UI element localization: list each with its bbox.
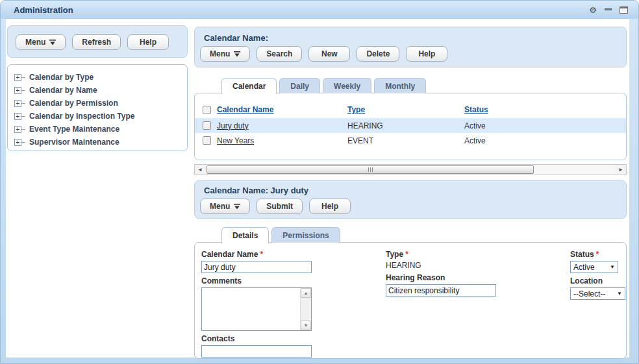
calendar-name-label: Calendar Name* <box>201 250 317 259</box>
detail-section-header: Calendar Name: Jury duty Menu Submit Hel… <box>194 180 627 219</box>
help-button[interactable]: Help <box>309 199 351 214</box>
menu-dropdown-icon <box>49 40 56 45</box>
required-asterisk: * <box>260 250 263 259</box>
tree-item-calendar-by-permission[interactable]: + Calendar by Permission <box>14 97 187 110</box>
title-bar: Administration ⚙ <box>1 1 638 19</box>
form-column-2: Type* HEARING Hearing Reason <box>386 250 555 297</box>
location-select-value: --Select-- <box>573 289 605 298</box>
hearing-reason-input[interactable] <box>386 284 496 297</box>
search-button[interactable]: Search <box>257 46 302 62</box>
tree-item-label: Event Type Maintenance <box>29 125 119 134</box>
content-area: Menu Refresh Help + Calendar by Type + C… <box>6 19 629 358</box>
scroll-left-icon[interactable]: ◄ <box>195 165 205 175</box>
comments-label: Comments <box>201 276 317 285</box>
row-checkbox[interactable] <box>203 121 211 130</box>
form-column-3: Status* Active ▼ Location --Select-- ▼ <box>570 250 629 300</box>
expand-icon[interactable]: + <box>14 139 21 146</box>
location-select[interactable]: --Select-- ▼ <box>570 287 625 300</box>
tab-weekly[interactable]: Weekly <box>323 78 371 93</box>
expand-icon[interactable]: + <box>14 126 21 133</box>
chevron-down-icon: ▼ <box>610 264 615 270</box>
menu-button-label: Menu <box>210 49 230 58</box>
minimize-icon[interactable] <box>605 8 612 11</box>
required-asterisk: * <box>596 250 599 259</box>
list-toolbar: Menu Search New Delete Help <box>195 46 626 62</box>
tab-permissions[interactable]: Permissions <box>271 227 340 243</box>
scroll-down-icon[interactable]: ▼ <box>301 321 311 330</box>
comments-textarea[interactable]: ▲ ▼ <box>201 287 312 331</box>
tree-item-calendar-by-type[interactable]: + Calendar by Type <box>14 71 187 84</box>
status-select[interactable]: Active ▼ <box>570 261 618 273</box>
form-column-1: Calendar Name* Comments ▲ ▼ Contacts <box>201 250 317 358</box>
table-row[interactable]: New Years EVENT Active <box>195 133 626 148</box>
scroll-up-icon[interactable]: ▲ <box>301 288 311 298</box>
table-row[interactable]: Jury duty HEARING Active <box>195 118 626 133</box>
list-section-title: Calendar Name: <box>195 27 626 43</box>
expand-icon[interactable]: + <box>14 100 21 107</box>
type-value: HEARING <box>386 261 555 270</box>
tree-item-event-type-maintenance[interactable]: + Event Type Maintenance <box>14 123 187 136</box>
status-select-value: Active <box>573 263 595 272</box>
list-section-header: Calendar Name: Menu Search New Delete He… <box>194 27 627 67</box>
detail-section-title: Calendar Name: Jury duty <box>195 181 626 195</box>
scrollbar-track[interactable] <box>205 165 616 175</box>
navigation-tree: + Calendar by Type + Calendar by Name + … <box>8 65 187 149</box>
tab-daily[interactable]: Daily <box>279 78 320 93</box>
menu-button-label: Menu <box>25 38 45 47</box>
chevron-down-icon: ▼ <box>617 291 622 297</box>
calendar-name-link[interactable]: Jury duty <box>217 121 347 130</box>
table-header-row: Calendar Name Type Status <box>195 101 626 118</box>
expand-icon[interactable]: + <box>14 74 21 81</box>
calendar-name-input[interactable] <box>201 261 312 273</box>
contacts-input[interactable] <box>201 345 312 358</box>
scrollbar-thumb[interactable] <box>207 165 534 174</box>
horizontal-scrollbar[interactable]: ◄ ► <box>194 164 627 175</box>
detail-tabs: Details Permissions <box>221 226 340 243</box>
tab-monthly[interactable]: Monthly <box>374 78 426 93</box>
row-checkbox[interactable] <box>203 136 211 145</box>
sort-calendar-name-link[interactable]: Calendar Name <box>217 105 347 114</box>
scroll-right-icon[interactable]: ► <box>616 165 626 175</box>
administration-window: Administration ⚙ Menu Refresh Help <box>0 0 639 364</box>
tree-item-label: Calendar by Permission <box>29 99 118 108</box>
menu-button[interactable]: Menu <box>200 46 250 62</box>
menu-button[interactable]: Menu <box>200 199 250 214</box>
status-label: Status* <box>570 250 629 259</box>
maximize-icon[interactable] <box>620 6 628 14</box>
menu-button[interactable]: Menu <box>16 34 66 50</box>
expand-icon[interactable]: + <box>14 87 21 94</box>
submit-button[interactable]: Submit <box>257 199 303 214</box>
delete-button[interactable]: Delete <box>357 46 399 62</box>
refresh-button[interactable]: Refresh <box>72 34 121 50</box>
tree-item-calendar-by-inspection-type[interactable]: + Calendar by Inspection Type <box>14 110 187 123</box>
navigation-tree-panel: + Calendar by Type + Calendar by Name + … <box>7 64 188 151</box>
calendar-table-panel: Calendar Name Type Status Jury duty HEAR… <box>194 93 627 160</box>
sort-status-link[interactable]: Status <box>464 105 626 114</box>
type-cell: EVENT <box>347 136 464 145</box>
sort-type-link[interactable]: Type <box>347 105 464 114</box>
select-all-checkbox[interactable] <box>203 106 211 114</box>
status-cell: Active <box>464 121 626 130</box>
tree-item-supervisor-maintenance[interactable]: + Supervisor Maintenance <box>14 136 187 149</box>
location-label: Location <box>570 276 629 285</box>
status-cell: Active <box>464 136 626 145</box>
help-button[interactable]: Help <box>127 34 169 50</box>
window-controls: ⚙ <box>589 6 638 14</box>
tab-calendar[interactable]: Calendar <box>221 78 277 94</box>
tree-item-calendar-by-name[interactable]: + Calendar by Name <box>14 84 187 97</box>
window-title: Administration <box>1 5 73 15</box>
left-toolbar-panel: Menu Refresh Help <box>7 25 188 58</box>
tree-item-label: Calendar by Inspection Type <box>29 112 134 121</box>
new-button[interactable]: New <box>308 46 350 62</box>
settings-icon[interactable]: ⚙ <box>589 6 597 14</box>
calendar-name-link[interactable]: New Years <box>217 136 347 145</box>
tab-details[interactable]: Details <box>221 227 269 243</box>
tree-item-label: Supervisor Maintenance <box>29 138 119 147</box>
detail-toolbar: Menu Submit Help <box>195 199 626 214</box>
type-cell: HEARING <box>347 121 464 130</box>
menu-button-label: Menu <box>210 202 230 211</box>
textarea-scrollbar[interactable]: ▲ ▼ <box>300 288 311 330</box>
list-tabs: Calendar Daily Weekly Monthly <box>221 77 426 93</box>
expand-icon[interactable]: + <box>14 113 21 120</box>
help-button[interactable]: Help <box>406 46 447 62</box>
